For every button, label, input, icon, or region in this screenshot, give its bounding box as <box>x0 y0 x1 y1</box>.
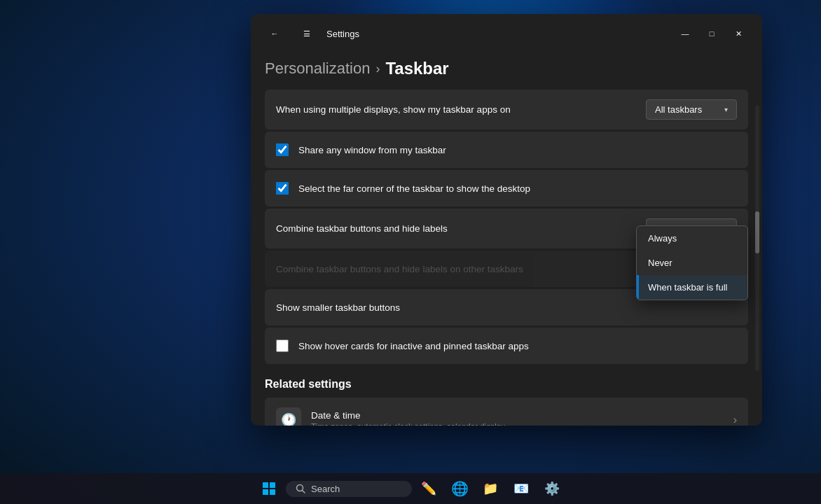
svg-rect-0 <box>263 482 268 488</box>
chevron-right-icon: › <box>733 414 737 426</box>
start-button[interactable] <box>255 475 283 503</box>
chevron-down-icon: ▾ <box>724 106 728 113</box>
taskbar: Search ✏️ 🌐 📁 📧 ⚙️ <box>0 473 821 504</box>
window-controls: — □ ✕ <box>672 22 751 45</box>
hover-cards-checkbox[interactable] <box>276 340 289 352</box>
scrollbar-thumb[interactable] <box>755 211 759 253</box>
maximize-button[interactable]: □ <box>699 22 724 45</box>
svg-line-5 <box>303 491 305 493</box>
smaller-buttons-label: Show smaller taskbar buttons <box>276 302 400 313</box>
breadcrumb-separator: › <box>375 62 380 76</box>
taskbar-icon-edge[interactable]: 🌐 <box>446 475 474 503</box>
settings-window: ← ☰ Settings — □ ✕ Personalization › Tas… <box>251 14 762 426</box>
search-label: Search <box>311 484 340 494</box>
related-date-time[interactable]: 🕐 Date & time Time zones, automatic cloc… <box>265 398 748 426</box>
minimize-button[interactable]: — <box>672 22 698 45</box>
title-bar-left: ← ☰ Settings <box>262 22 664 45</box>
multiple-displays-row: When using multiple displays, show my ta… <box>265 90 748 130</box>
related-date-time-text: Date & time Time zones, automatic clock … <box>311 410 724 426</box>
far-corner-row: Select the far corner of the taskbar to … <box>265 170 748 206</box>
hover-cards-row: Show hover cards for inactive and pinned… <box>265 328 748 364</box>
scrollbar-track[interactable] <box>755 105 759 371</box>
far-corner-checkbox[interactable] <box>276 182 289 195</box>
combine-taskbar-label: Combine taskbar buttons and hide labels <box>276 223 448 234</box>
multiple-displays-label: When using multiple displays, show my ta… <box>276 104 511 115</box>
taskbar-search[interactable]: Search <box>286 481 412 497</box>
taskbar-icon-mail[interactable]: 📧 <box>507 475 535 503</box>
multiple-displays-dropdown[interactable]: All taskbars ▾ <box>646 99 737 120</box>
back-button[interactable]: ← <box>262 22 287 45</box>
taskbar-icon-settings[interactable]: ⚙️ <box>538 475 566 503</box>
breadcrumb-parent[interactable]: Personalization <box>265 59 370 78</box>
window-title: Settings <box>326 29 359 39</box>
far-corner-label: Select the far corner of the taskbar to … <box>298 183 530 194</box>
title-bar: ← ☰ Settings — □ ✕ <box>251 14 762 53</box>
share-window-label: Share any window from my taskbar <box>298 145 446 155</box>
date-time-title: Date & time <box>311 410 724 421</box>
svg-rect-3 <box>270 489 275 495</box>
svg-rect-2 <box>263 489 268 495</box>
date-time-icon: 🕐 <box>276 407 301 426</box>
taskbar-center: Search ✏️ 🌐 📁 📧 ⚙️ <box>255 475 566 503</box>
breadcrumb-current: Taskbar <box>385 59 448 78</box>
menu-button[interactable]: ☰ <box>294 22 319 45</box>
date-time-subtitle: Time zones, automatic clock settings, ca… <box>311 422 724 426</box>
dropdown-option-never[interactable]: Never <box>637 251 747 275</box>
search-icon <box>296 484 305 493</box>
taskbar-icon-pen[interactable]: ✏️ <box>415 475 443 503</box>
multiple-displays-value: All taskbars <box>655 104 702 115</box>
combine-dropdown-popup: Always Never When taskbar is full <box>636 225 748 300</box>
share-window-row: Share any window from my taskbar <box>265 132 748 168</box>
svg-rect-1 <box>270 482 275 488</box>
breadcrumb: Personalization › Taskbar <box>251 53 762 90</box>
combine-other-label: Combine taskbar buttons and hide labels … <box>276 264 523 274</box>
dropdown-option-always[interactable]: Always <box>637 226 747 251</box>
close-button[interactable]: ✕ <box>726 22 751 45</box>
taskbar-icon-files[interactable]: 📁 <box>476 475 504 503</box>
related-settings-title: Related settings <box>265 378 748 391</box>
hover-cards-label: Show hover cards for inactive and pinned… <box>298 341 529 351</box>
dropdown-option-when-full[interactable]: When taskbar is full <box>637 275 747 300</box>
share-window-checkbox[interactable] <box>276 144 289 156</box>
